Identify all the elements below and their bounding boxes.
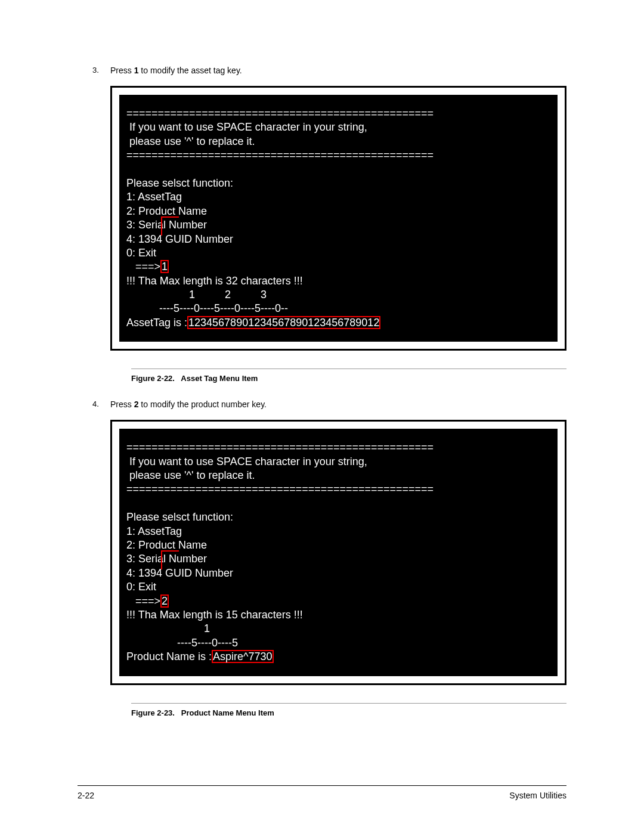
function-prompt: Please selsct function: bbox=[126, 511, 233, 523]
result-label: Product Name is : bbox=[126, 651, 212, 662]
menu-option-1: 1: AssetTag bbox=[126, 191, 182, 203]
menu-option-2: 2: Product Name bbox=[126, 539, 207, 551]
caption-divider bbox=[131, 368, 566, 369]
scale-numbers: 1 2 3 bbox=[126, 289, 267, 301]
step-4-number: 4. bbox=[92, 400, 110, 409]
asset-tag-value-highlight: 12345678901234567890123456789012 bbox=[187, 316, 380, 329]
figure-label: Figure 2-23. bbox=[131, 708, 175, 717]
scale-marks: ----5----0----5----0----5----0-- bbox=[126, 302, 288, 314]
page-footer: 2-22 System Utilities bbox=[78, 785, 566, 800]
menu-option-4: 4: 1394 GUID Number bbox=[126, 567, 233, 579]
scale-marks: ----5----0----5 bbox=[126, 637, 238, 649]
max-length-warning: !!! Tha Max length is 32 characters !!! bbox=[126, 275, 303, 287]
menu-option-2: 2: Product Name bbox=[126, 205, 207, 217]
step-3: 3. Press 1 to modify the asset tag key. bbox=[92, 66, 566, 75]
menu-option-0: 0: Exit bbox=[126, 247, 156, 259]
step-3-number: 3. bbox=[92, 66, 110, 75]
footer-divider bbox=[78, 785, 566, 786]
function-prompt: Please selsct function: bbox=[126, 177, 233, 189]
terminal-1-frame: ========================================… bbox=[110, 86, 566, 351]
divider: ========================================… bbox=[126, 483, 434, 495]
figure-1-caption: Figure 2-22. Asset Tag Menu Item bbox=[131, 368, 566, 383]
step-4-text: Press 2 to modify the product number key… bbox=[110, 400, 267, 409]
product-name-value-highlight: Aspire^7730 bbox=[212, 650, 274, 663]
notice-line: please use '^' to replace it. bbox=[126, 135, 255, 147]
exit-arrow-highlight bbox=[161, 550, 179, 569]
caption-divider bbox=[131, 703, 566, 704]
figure-2-caption: Figure 2-23. Product Name Menu Item bbox=[131, 703, 566, 717]
section-title: System Utilities bbox=[509, 791, 566, 800]
result-label: AssetTag is : bbox=[126, 317, 187, 329]
menu-option-4: 4: 1394 GUID Number bbox=[126, 233, 233, 245]
figure-label: Figure 2-22. bbox=[131, 374, 175, 383]
divider: ========================================… bbox=[126, 149, 434, 161]
menu-option-1: 1: AssetTag bbox=[126, 525, 182, 537]
prompt-arrow: ===> bbox=[126, 595, 160, 607]
prompt-arrow: ===> bbox=[126, 261, 160, 272]
page-number: 2-22 bbox=[78, 791, 94, 800]
exit-arrow-highlight bbox=[161, 216, 179, 236]
divider: ========================================… bbox=[126, 441, 434, 453]
notice-line: If you want to use SPACE character in yo… bbox=[126, 456, 367, 467]
input-highlight: 2 bbox=[160, 594, 169, 608]
menu-option-0: 0: Exit bbox=[126, 581, 156, 593]
terminal-2: ========================================… bbox=[119, 429, 558, 676]
input-highlight: 1 bbox=[160, 260, 169, 273]
notice-line: please use '^' to replace it. bbox=[126, 469, 255, 481]
scale-numbers: 1 bbox=[126, 623, 210, 634]
notice-line: If you want to use SPACE character in yo… bbox=[126, 121, 367, 133]
terminal-1: ========================================… bbox=[119, 95, 558, 342]
max-length-warning: !!! Tha Max length is 15 characters !!! bbox=[126, 609, 303, 621]
step-3-text: Press 1 to modify the asset tag key. bbox=[110, 66, 242, 75]
divider: ========================================… bbox=[126, 107, 434, 119]
figure-title: Product Name Menu Item bbox=[181, 708, 274, 717]
step-4: 4. Press 2 to modify the product number … bbox=[92, 400, 566, 409]
terminal-2-frame: ========================================… bbox=[110, 420, 566, 685]
figure-title: Asset Tag Menu Item bbox=[181, 374, 258, 383]
